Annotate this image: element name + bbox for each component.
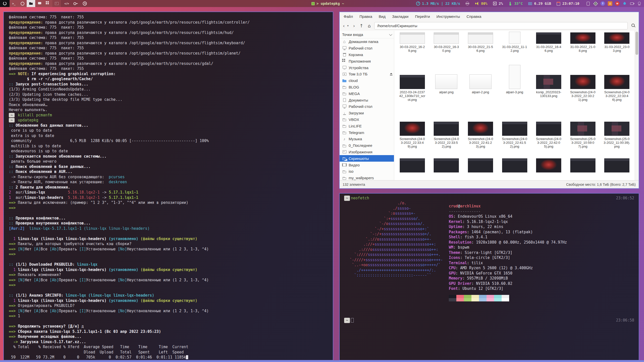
module-vpn[interactable] [465,1,470,6]
sidebar-item-0_Последнее[interactable]: 0_Последнее [340,142,394,149]
file-item[interactable] [566,158,600,180]
fm-scrollbar[interactable] [635,31,639,180]
workspace-image[interactable] [52,0,61,7]
history-chevron-icon[interactable]: ▾ [346,24,349,27]
menu-Инструменты[interactable]: Инструменты [436,14,460,19]
sidebar-item-Telegram[interactable]: Telegram [340,129,394,136]
terminal-line: ==> [9,252,333,257]
file-item[interactable]: Screenshot-(24-03-2022_22:41:52).png [498,106,532,148]
sidebar-item-Скриншоты[interactable]: Скриншоты [340,155,394,162]
tray-blue-drop-icon[interactable] [622,1,627,6]
sidebar-item-Видео[interactable]: Видео [340,162,394,168]
file-item[interactable]: 30-03-2022_16-30.png [429,31,464,53]
file-item[interactable]: Screenshot-(25-03-2022_10:59:07).png [566,106,600,148]
file-item[interactable]: Screenshot-(24-03-2022_22:33:21).png [566,60,600,102]
sidebar-item-iso[interactable]: iso [340,168,394,175]
menu-Перейти[interactable]: Перейти [415,14,430,19]
file-item[interactable]: alpari.png [429,60,464,102]
file-item[interactable] [395,158,429,180]
file-item[interactable]: alpari-2.png [463,60,498,102]
up-button[interactable]: ↑ [359,23,364,28]
file-item[interactable]: 31-03-2022_11-12.png [498,31,532,53]
workspace-chat[interactable] [35,0,44,7]
file-item[interactable]: 31-03-2022_23-03.png [600,31,634,53]
menu-Закладки[interactable]: Закладки [392,14,409,19]
fm-scrollbar-thumb[interactable] [635,32,638,55]
sidebar-item-Рабочий стол[interactable]: Рабочий стол [340,45,394,52]
sidebar-item-Устройства[interactable]: Устройства [340,64,394,71]
places-combo[interactable]: Точки входа [340,31,394,38]
module-clock[interactable]: 23:07:10 [556,1,579,6]
file-item[interactable]: Screenshot-(24-03-2022_22:33:52).png [429,106,464,148]
file-item[interactable]: ksnip_20220323-130133.png [532,60,566,102]
menu-Вид[interactable]: Вид [379,14,386,19]
workspace-windows[interactable] [44,0,52,7]
module-memory[interactable]: 6.29 GiB [528,1,551,6]
file-manager-window[interactable]: ФайлПравкаВидЗакладкиПерейтиИнструментыС… [339,12,639,189]
file-item[interactable]: Screenshot-(24-03-2022_22:33:46).png [600,60,634,102]
file-item[interactable]: Screenshot-(24-03-2022_22:42:05).png [532,106,566,148]
file-item[interactable]: 30-03-2022_21-56.png [463,31,498,53]
file-item[interactable] [429,158,464,180]
module-temp[interactable]: 33°C [508,1,523,6]
file-item[interactable] [498,158,532,180]
sidebar-item-Приложения[interactable]: Приложения [340,58,394,64]
clock-icon[interactable] [83,1,87,6]
tray-purple-arrow-icon[interactable] [600,1,605,6]
key-icon[interactable] [73,1,78,6]
file-thumbnail [570,32,595,44]
file-item[interactable]: 31-03-2022_16-46.png [532,31,566,53]
sidebar-item-VBOX[interactable]: VBOX [340,116,394,123]
sidebar-item-LinLIFE[interactable]: LinLIFE [340,123,394,129]
terminal-window[interactable]: файловая система: 775 пакет: 755предупре… [3,12,333,360]
tray-bulb-icon[interactable] [637,1,641,6]
menu-Файл[interactable]: Файл [344,14,353,19]
terminal-line: ==> [N]Нет [A]Все [Ab]Прервать [I]Устано… [9,247,333,252]
home-button[interactable]: ⌂ [367,23,371,28]
module-cpu[interactable]: 2% [493,1,503,6]
tray-battery-icon[interactable] [630,1,634,6]
workspace-browser[interactable] [18,0,27,7]
code-icon[interactable] [64,1,69,6]
file-item[interactable]: 30-03-2022_16-29.png [395,31,429,53]
sidebar-item-Том 3,0 ТБ[interactable]: Том 3,0 ТБ [340,71,394,77]
sidebar-item-Рабочий стол[interactable]: Рабочий стол [340,103,394,110]
forward-button[interactable]: › [352,23,356,28]
sidebar-item-cloud[interactable]: cloud [340,77,394,84]
neofetch-terminal-window[interactable]: ~ neofetch 23:06:52 ./o. ./sssso- `:osss… [339,193,639,360]
workspace-terminal[interactable] [10,0,18,7]
file-item[interactable]: Screenshot-(24-03-2022_22:41:23).png [463,106,498,148]
file-item[interactable]: Screenshot-(24-03-2022_22:33:49).png [395,106,429,148]
tray-orange-grid-icon[interactable] [608,1,612,6]
file-item[interactable]: 31-03-2022_21-08.png [566,31,600,53]
sidebar-item-Документы[interactable]: Документы [340,97,394,103]
sidebar-item-my_wallpapers[interactable]: my_wallpapers [340,175,394,180]
tray-white-case-icon[interactable] [586,1,590,6]
search-icon[interactable] [631,23,636,28]
power-button[interactable] [0,0,10,7]
file-item[interactable]: Screenshot-(25-03-2022_11:00:39).png [600,106,634,148]
sidebar-item-BLOG[interactable]: BLOG [340,84,394,90]
sidebar-item-label: Telegram [349,130,364,135]
tray-red-m-icon[interactable] [615,1,620,6]
file-item[interactable] [600,158,634,180]
sidebar-item-MEGA[interactable]: MEGA [340,90,394,97]
file-item[interactable] [532,158,566,180]
file-item[interactable] [463,158,498,180]
file-item[interactable]: alpari-3.png [498,60,532,102]
file-item[interactable]: 2022-03-24-223742_1308x710_scrot.png [395,60,429,102]
sidebar-item-Домашняя папка[interactable]: Домашняя папка [340,38,394,45]
module-net[interactable]: 1.3 MB/s | 22 KB/s [416,1,460,6]
sidebar-item-Корзина[interactable]: Корзина [340,52,394,58]
sidebar-item-Изображения[interactable]: Изображения [340,149,394,155]
menu-Правка[interactable]: Правка [359,14,372,19]
menu-Справка[interactable]: Справка [467,14,481,19]
sidebar-item-Музыка[interactable]: Музыка [340,136,394,142]
module-volume[interactable]: 80% [475,1,487,6]
sidebar-item-Загрузки[interactable]: Загрузки [340,110,394,116]
workspace-files[interactable] [27,0,35,7]
tray-checkered-diamond-icon[interactable] [593,1,598,6]
eject-icon[interactable] [389,73,393,76]
path-input[interactable]: /home/crud/Скриншоты [374,22,628,29]
back-button[interactable]: ‹ [342,23,345,28]
